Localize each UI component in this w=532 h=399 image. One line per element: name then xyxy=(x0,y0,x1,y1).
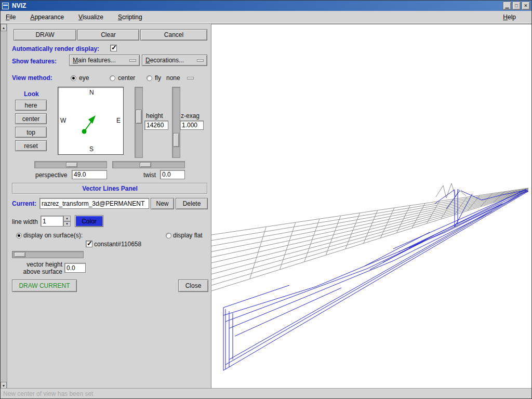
look-top-button[interactable]: top xyxy=(15,127,47,138)
statusbar: New center of view has been set xyxy=(1,388,532,398)
perspective-label: perspective xyxy=(35,171,67,179)
vector-height-input[interactable]: 0.0 xyxy=(64,263,86,273)
vector-lines-panel-title: Vector Lines Panel xyxy=(82,185,138,192)
menu-scripting[interactable]: Scripting xyxy=(116,12,148,22)
compass-north-label: N xyxy=(89,89,94,96)
close-button[interactable]: ✕ xyxy=(522,2,530,10)
compass-south-label: S xyxy=(89,145,94,153)
compass-west-label: W xyxy=(60,117,66,124)
main-features-menubutton[interactable]: Main features... xyxy=(69,55,140,66)
view-fly-radio[interactable] xyxy=(147,75,152,81)
window-title: NVIZ xyxy=(12,2,502,9)
zexag-label: z-exag xyxy=(181,112,200,119)
clear-button[interactable]: Clear xyxy=(77,29,139,41)
main-features-label: Main features... xyxy=(73,57,116,64)
perspective-input[interactable]: 49.0 xyxy=(72,170,107,179)
auto-render-checkbox[interactable] xyxy=(110,45,117,51)
display-surface-radio[interactable] xyxy=(16,233,22,238)
menu-file[interactable]: File xyxy=(4,12,21,22)
render-canvas[interactable] xyxy=(211,24,532,389)
fly-mode-menu-icon[interactable] xyxy=(187,77,194,79)
height-slider[interactable] xyxy=(135,87,143,158)
view-eye-label: eye xyxy=(79,74,89,82)
window-icon xyxy=(2,3,9,9)
view-fly-label: fly xyxy=(155,74,161,82)
twist-slider[interactable] xyxy=(112,161,185,168)
current-label: Current: xyxy=(12,200,36,207)
control-panel: DRAW Clear Cancel Automatically render d… xyxy=(7,24,211,389)
current-vector-input[interactable]: razrez_transform_3d@PERMANENT xyxy=(39,198,149,209)
display-flat-label: display flat xyxy=(173,232,203,239)
scrollbar-up-icon[interactable]: ▲ xyxy=(1,24,7,31)
menubar: File Appearance Visualize Scripting Help xyxy=(1,11,531,24)
maximize-button[interactable]: □ xyxy=(512,2,521,10)
zexag-input[interactable]: 1.000 xyxy=(180,121,204,130)
draw-current-button[interactable]: DRAW CURRENT xyxy=(12,280,77,292)
look-reset-button[interactable]: reset xyxy=(15,140,47,151)
look-label: Look xyxy=(24,90,39,98)
titlebar[interactable]: NVIZ ▁ □ ✕ xyxy=(1,1,531,11)
menu-appearance[interactable]: Appearance xyxy=(28,12,69,22)
zexag-slider-handle[interactable] xyxy=(173,133,179,147)
line-width-stepper[interactable]: ▲ ▼ xyxy=(63,216,71,227)
zexag-slider[interactable] xyxy=(172,87,180,158)
twist-input[interactable]: 0.0 xyxy=(160,170,185,179)
status-message: New center of view has been set xyxy=(3,390,93,397)
line-width-input[interactable]: 1 xyxy=(41,216,63,227)
display-surface-label: display on surface(s): xyxy=(23,232,83,239)
cancel-button[interactable]: Cancel xyxy=(140,29,207,41)
vector-height-slider-handle[interactable] xyxy=(14,252,25,257)
color-button[interactable]: Color xyxy=(75,215,103,227)
line-width-label: line width xyxy=(12,218,38,225)
look-center-button[interactable]: center xyxy=(15,113,47,124)
terrain-wireframe xyxy=(211,24,532,389)
view-method-label: View method: xyxy=(12,74,52,82)
nviz-window: NVIZ ▁ □ ✕ File Appearance Visualize Scr… xyxy=(0,0,532,399)
position-compass[interactable]: N S W E xyxy=(58,87,124,155)
draw-button[interactable]: DRAW xyxy=(14,29,76,41)
constant-surface-checkbox[interactable] xyxy=(86,241,92,247)
display-flat-radio[interactable] xyxy=(166,233,171,238)
show-features-label: Show features: xyxy=(12,58,57,65)
panel-scrollbar[interactable]: ▲ ▼ xyxy=(1,24,7,389)
view-eye-radio[interactable] xyxy=(71,75,76,81)
decorations-menubutton[interactable]: Decorations... xyxy=(142,55,207,66)
height-input[interactable]: 14260 xyxy=(144,121,168,130)
constant-surface-label: constant#110658 xyxy=(94,241,141,248)
height-slider-handle[interactable] xyxy=(136,110,142,124)
view-center-label: center xyxy=(118,74,135,82)
vector-height-label: vector height above surface xyxy=(15,261,62,275)
menu-help[interactable]: Help xyxy=(501,12,521,22)
vector-height-slider[interactable] xyxy=(12,251,84,258)
menu-indicator-icon xyxy=(129,59,136,62)
spin-up-icon[interactable]: ▲ xyxy=(63,216,71,221)
height-label: height xyxy=(146,112,163,119)
perspective-slider[interactable] xyxy=(34,161,107,168)
delete-button[interactable]: Delete xyxy=(176,198,208,209)
close-button-panel[interactable]: Close xyxy=(178,280,208,292)
view-direction-arrow-icon xyxy=(58,87,123,154)
twist-slider-handle[interactable] xyxy=(140,162,151,167)
main-area: ▲ ▼ DRAW Clear Cancel Automatically rend… xyxy=(1,24,532,389)
spin-down-icon[interactable]: ▼ xyxy=(63,221,71,227)
decorations-label: Decorations... xyxy=(145,57,184,64)
compass-east-label: E xyxy=(116,117,121,124)
auto-render-label: Automatically render display: xyxy=(12,45,99,52)
minimize-button[interactable]: ▁ xyxy=(503,2,511,10)
menu-indicator-icon xyxy=(197,59,204,62)
fly-mode-label: none xyxy=(166,74,180,82)
menu-visualize[interactable]: Visualize xyxy=(76,12,109,22)
perspective-slider-handle[interactable] xyxy=(66,162,77,167)
view-center-radio[interactable] xyxy=(110,75,115,81)
new-button[interactable]: New xyxy=(151,198,174,209)
vector-lines-panel-frame: Vector Lines Panel xyxy=(12,183,208,194)
twist-label: twist xyxy=(143,171,156,179)
look-here-button[interactable]: here xyxy=(15,100,47,111)
